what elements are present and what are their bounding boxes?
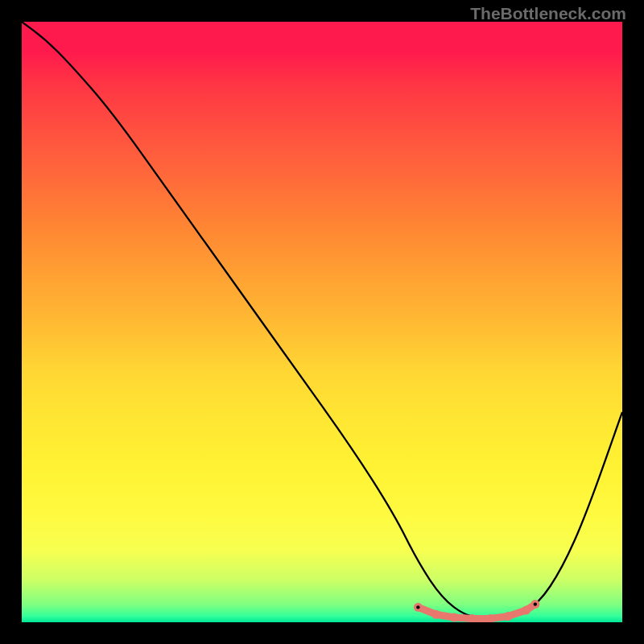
ideal-zone-marker	[431, 610, 440, 619]
ideal-zone-endpoint	[416, 605, 419, 609]
ideal-zone-endpoint	[534, 602, 537, 605]
chart-svg	[22, 22, 622, 622]
ideal-zone-marker	[450, 613, 459, 622]
ideal-zone-marker	[504, 612, 513, 621]
bottleneck-curve-line	[22, 22, 622, 618]
chart-plot-area	[22, 22, 622, 622]
ideal-zone-markers	[414, 600, 539, 622]
attribution-text: TheBottleneck.com	[470, 4, 626, 23]
ideal-zone-marker	[522, 606, 530, 615]
